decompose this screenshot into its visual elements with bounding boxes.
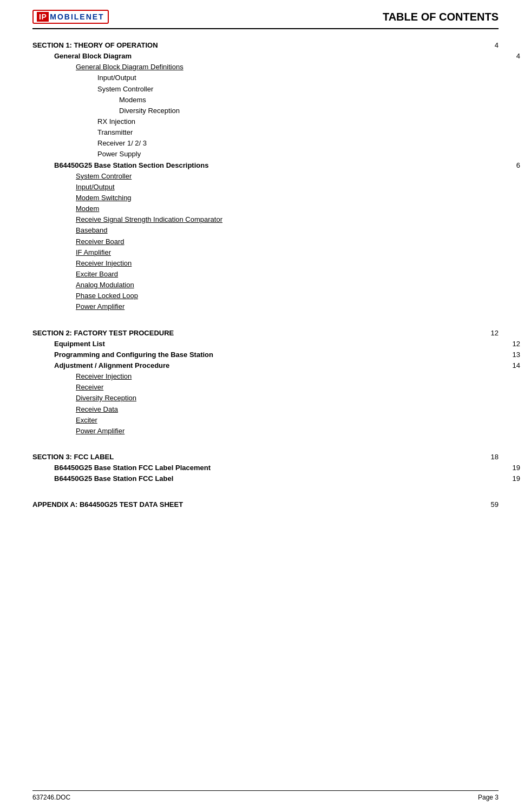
rssi-label: Receive Signal Strength Indication Compa… xyxy=(76,214,222,225)
toc-exciter: Exciter 17 xyxy=(76,415,531,426)
equip-label: Equipment List xyxy=(54,339,105,349)
toc-syscontrol: System Controller 4 xyxy=(97,84,531,95)
toc-fcclabel1: B64450G25 Base Station FCC Label Placeme… xyxy=(54,463,520,473)
toc-io: Input/Output 4 xyxy=(97,72,531,83)
receiver123-label: Receiver 1/ 2/ 3 xyxy=(97,138,147,149)
s2-rxinj-label: Receiver Injection xyxy=(76,371,132,382)
logo: IP MOBILENET xyxy=(32,10,109,24)
toc-diversity1: Diversity Reception 5 xyxy=(119,105,531,116)
toc-equip: Equipment List 12 xyxy=(54,339,520,349)
modemsw-label: Modem Switching xyxy=(76,193,132,203)
adj-page: 14 xyxy=(509,360,520,371)
progconf-label: Programming and Configuring the Base Sta… xyxy=(54,349,213,360)
logo-rest: MOBILENET xyxy=(49,12,104,21)
section3-page: 18 xyxy=(488,452,499,463)
toc-adj: Adjustment / Alignment Procedure 14 xyxy=(54,360,520,371)
transmitter-label: Transmitter xyxy=(97,127,133,138)
toc-transmitter: Transmitter 5 xyxy=(97,127,531,138)
toc-b64-syscont: System Controller 6 xyxy=(76,171,531,182)
section1-label: SECTION 1: THEORY OF OPERATION xyxy=(32,40,158,51)
exciterboard-label: Exciter Board xyxy=(76,269,118,280)
rxinj2-label: Receiver Injection xyxy=(76,258,132,269)
toc-s2-diversity: Diversity Reception 15 xyxy=(76,393,531,404)
toc-ifamp: IF Amplifier 8 xyxy=(76,247,531,258)
toc-progconf: Programming and Configuring the Base Sta… xyxy=(54,349,520,360)
fcclabel1-page: 19 xyxy=(509,463,520,473)
footer-doc: 637246.DOC xyxy=(32,794,70,801)
toc-gbdd: General Block Diagram Definitions 4 xyxy=(76,62,531,72)
toc-s2-rxinj: Receiver Injection 14 xyxy=(76,371,531,382)
appendix-label: APPENDIX A: B64450G25 TEST DATA SHEET xyxy=(32,499,183,510)
adj-label: Adjustment / Alignment Procedure xyxy=(54,360,169,371)
rxinj-label: RX Injection xyxy=(97,116,135,127)
b64-io-label: Input/Output xyxy=(76,182,115,193)
logo-area: IP MOBILENET xyxy=(32,10,109,24)
fcclabel1-label: B64450G25 Base Station FCC Label Placeme… xyxy=(54,463,211,473)
section3-block: SECTION 3: FCC LABEL 18 B64450G25 Base S… xyxy=(32,452,499,484)
appendix-block: APPENDIX A: B64450G25 TEST DATA SHEET 59 xyxy=(32,499,499,510)
s2-diversity-label: Diversity Reception xyxy=(76,393,136,404)
page-title: TABLE OF CONTENTS xyxy=(383,11,499,23)
section2-block: SECTION 2: FACTORY TEST PROCEDURE 12 Equ… xyxy=(32,328,499,437)
appendix-page: 59 xyxy=(488,499,499,510)
toc-section1-heading: SECTION 1: THEORY OF OPERATION 4 xyxy=(32,40,499,51)
b64-syscont-label: System Controller xyxy=(76,171,132,182)
section2-label: SECTION 2: FACTORY TEST PROCEDURE xyxy=(32,328,174,339)
b64-desc-label: B64450G25 Base Station Section Descripti… xyxy=(54,160,208,171)
toc-general-block: General Block Diagram 4 xyxy=(54,51,520,62)
toc-modemsw: Modem Switching 6 xyxy=(76,193,531,203)
toc-fcclabel2: B64450G25 Base Station FCC Label 19 xyxy=(54,473,520,484)
toc-recvdata: Receive Data 16 xyxy=(76,404,531,415)
section3-label: SECTION 3: FCC LABEL xyxy=(32,452,114,463)
toc-section3: SECTION 3: FCC LABEL 18 xyxy=(32,452,499,463)
toc-modems: Modems 5 xyxy=(119,95,531,105)
fcclabel2-page: 19 xyxy=(509,473,520,484)
toc-appendix: APPENDIX A: B64450G25 TEST DATA SHEET 59 xyxy=(32,499,499,510)
toc-section2: SECTION 2: FACTORY TEST PROCEDURE 12 xyxy=(32,328,499,339)
logo-ip: IP xyxy=(37,12,49,22)
footer-page: Page 3 xyxy=(478,794,499,801)
s2-poweramp-label: Power Amplifier xyxy=(76,426,124,437)
progconf-page: 13 xyxy=(509,349,520,360)
pll-label: Phase Locked Loop xyxy=(76,291,138,301)
section1-page: 4 xyxy=(488,40,499,51)
toc-exciterboard: Exciter Board 9 xyxy=(76,269,531,280)
toc-receiverboard: Receiver Board 8 xyxy=(76,236,531,247)
powersupply-label: Power Supply xyxy=(97,149,141,160)
modems-label: Modems xyxy=(119,95,146,105)
s2-receiver-label: Receiver xyxy=(76,382,103,393)
general-block-label: General Block Diagram xyxy=(54,51,132,62)
analogmod-label: Analog Modulation xyxy=(76,280,134,291)
syscontrol-label: System Controller xyxy=(97,84,153,95)
toc-rssi: Receive Signal Strength Indication Compa… xyxy=(76,214,531,225)
equip-page: 12 xyxy=(509,339,520,349)
baseband-label: Baseband xyxy=(76,225,108,236)
toc-modem: Modem 7 xyxy=(76,203,531,214)
diversity1-label: Diversity Reception xyxy=(119,105,180,116)
section2-page: 12 xyxy=(488,328,499,339)
toc-poweramp: Power Amplifier 11 xyxy=(76,301,531,312)
modem-label: Modem xyxy=(76,203,99,214)
toc-s2-poweramp: Power Amplifier 17 xyxy=(76,426,531,437)
toc-b64-io: Input/Output 6 xyxy=(76,182,531,193)
toc-analogmod: Analog Modulation 10 xyxy=(76,280,531,291)
receiverboard-label: Receiver Board xyxy=(76,236,124,247)
fcclabel2-label: B64450G25 Base Station FCC Label xyxy=(54,473,173,484)
recvdata-label: Receive Data xyxy=(76,404,118,415)
toc-powersupply: Power Supply 5 xyxy=(97,149,531,160)
toc-baseband: Baseband 8 xyxy=(76,225,531,236)
section1-block: SECTION 1: THEORY OF OPERATION 4 General… xyxy=(32,40,499,313)
page-footer: 637246.DOC Page 3 xyxy=(32,790,499,801)
toc-s2-receiver: Receiver 14 xyxy=(76,382,531,393)
io-label: Input/Output xyxy=(97,72,136,83)
gbdd-label: General Block Diagram Definitions xyxy=(76,62,183,72)
poweramp-label: Power Amplifier xyxy=(76,301,124,312)
toc-rxinj: RX Injection 5 xyxy=(97,116,531,127)
general-block-page: 4 xyxy=(509,51,520,62)
ifamp-label: IF Amplifier xyxy=(76,247,111,258)
toc-pll: Phase Locked Loop 10 xyxy=(76,291,531,301)
toc-content: SECTION 1: THEORY OF OPERATION 4 General… xyxy=(32,40,499,510)
toc-receiver123: Receiver 1/ 2/ 3 5 xyxy=(97,138,531,149)
toc-b64-desc: B64450G25 Base Station Section Descripti… xyxy=(54,160,520,171)
exciter-label: Exciter xyxy=(76,415,97,426)
